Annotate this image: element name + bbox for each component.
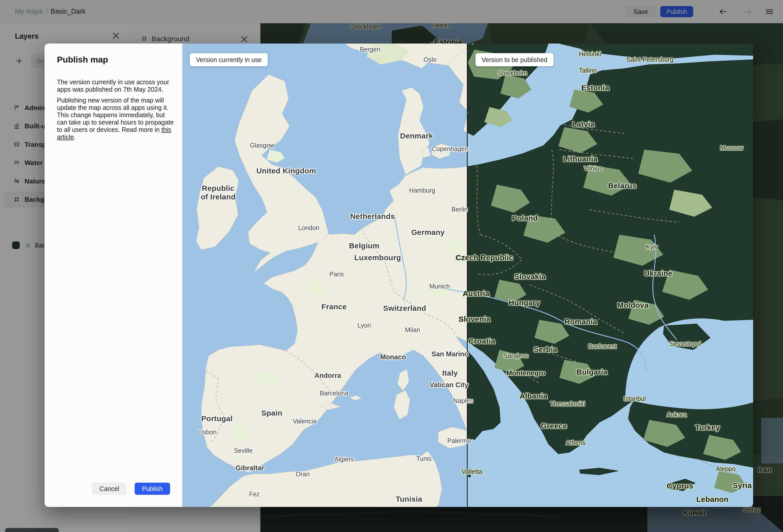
- publish-dialog: Publish map The version currently in use…: [44, 43, 182, 507]
- published-version-badge: Version to be published: [475, 53, 554, 66]
- dialog-actions: Cancel Publish: [44, 483, 182, 495]
- dialog-paragraph-2-text: Publishing new version of the map will u…: [57, 97, 174, 133]
- map-current-version[interactable]: [182, 43, 467, 507]
- publish-modal: Publish map The version currently in use…: [44, 43, 753, 507]
- dialog-title: Publish map: [57, 55, 108, 65]
- compare-divider[interactable]: [467, 43, 468, 507]
- dialog-paragraph-2: Publishing new version of the map will u…: [57, 97, 177, 141]
- app-window: StockholmTallinnEstoniaIranKuwaitShiraz …: [0, 0, 783, 532]
- map-compare-view: BergenOsloGlasgowUnited KingdomRepublico…: [182, 43, 753, 507]
- dialog-publish-button[interactable]: Publish: [135, 483, 170, 495]
- cancel-button[interactable]: Cancel: [92, 483, 127, 495]
- dialog-paragraph-1: The version currently in use across your…: [57, 79, 177, 93]
- dialog-paragraph-2-period: .: [74, 133, 76, 140]
- current-version-badge: Version currently in use: [190, 53, 268, 66]
- map-published-version[interactable]: [467, 43, 753, 507]
